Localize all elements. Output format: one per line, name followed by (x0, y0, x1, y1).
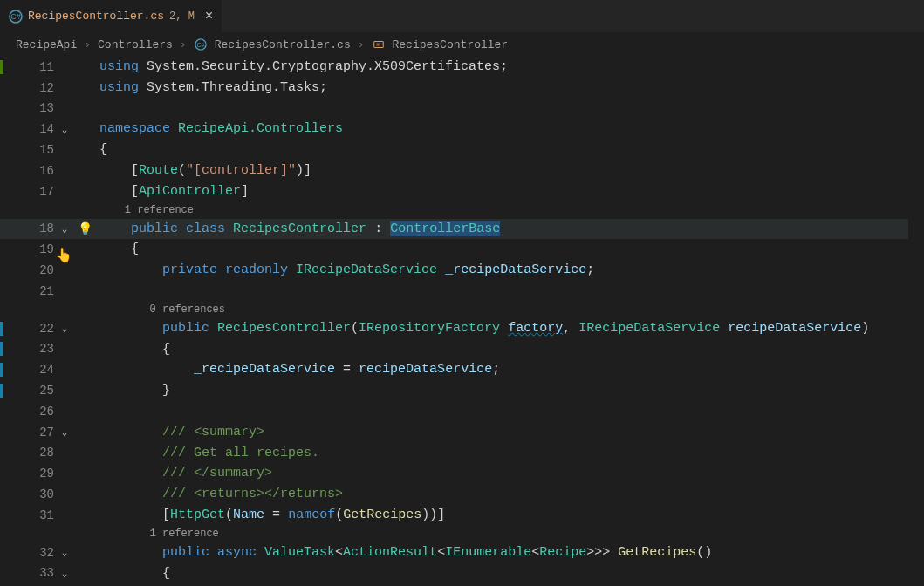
breadcrumb: RecipeApi › Controllers › C# RecipesCont… (0, 32, 924, 57)
fold-chevron-icon[interactable]: ⌄ (58, 568, 72, 579)
code-line[interactable]: 24 _recipeDataService = recipeDataServic… (0, 359, 924, 380)
chevron-right-icon: › (354, 38, 368, 51)
code-line[interactable]: 22⌄ public RecipesController(IRepository… (0, 318, 924, 339)
code-line[interactable]: 27⌄ /// <summary> (0, 422, 924, 443)
code-line[interactable]: 11 using System.Security.Cryptography.X5… (0, 57, 924, 78)
code-line[interactable]: 23 { (0, 339, 924, 360)
code-line[interactable]: 19 { (0, 239, 924, 260)
csharp-icon: C# (194, 37, 208, 51)
codelens-line: 1 reference (0, 202, 924, 219)
code-line[interactable]: 33⌄ { (0, 563, 924, 584)
chevron-right-icon: › (176, 38, 190, 51)
codelens-references[interactable]: 1 reference (79, 528, 219, 540)
code-line[interactable]: 15 { (0, 140, 924, 160)
codelens-references[interactable]: 0 references (79, 303, 225, 316)
code-line[interactable]: 16 [Route("[controller]")] (0, 160, 924, 181)
code-line[interactable]: 20 private readonly IRecipeDataService _… (0, 260, 924, 281)
csharp-icon: C# (9, 10, 23, 24)
code-editor[interactable]: 👆 11 using System.Security.Cryptography.… (0, 57, 924, 586)
close-icon[interactable]: × (205, 9, 214, 24)
lightbulb-icon[interactable]: 💡 (78, 221, 92, 236)
fold-chevron-icon[interactable]: ⌄ (58, 223, 72, 235)
breadcrumb-project[interactable]: RecipeApi (16, 38, 77, 51)
editor-tab[interactable]: C# RecipesController.cs 2, M × (0, 0, 222, 32)
code-line[interactable]: 28 /// Get all recipes. (0, 443, 924, 464)
class-icon (372, 37, 386, 51)
code-line[interactable]: 17 [ApiController] (0, 181, 924, 202)
fold-chevron-icon[interactable]: ⌄ (58, 426, 72, 438)
breadcrumb-symbol[interactable]: RecipesController (393, 38, 509, 51)
code-line[interactable]: 29 /// </summary> (0, 463, 924, 484)
breadcrumb-file[interactable]: RecipesController.cs (215, 38, 351, 51)
code-line[interactable]: 12 using System.Threading.Tasks; (0, 78, 924, 99)
tab-git-status: 2, M (169, 10, 195, 23)
codelens-line: 0 references (0, 302, 924, 318)
code-line-active[interactable]: 18⌄💡 public class RecipesController : Co… (0, 219, 924, 240)
fold-chevron-icon[interactable]: ⌄ (58, 547, 72, 558)
codelens-references[interactable]: 1 reference (79, 204, 194, 216)
breadcrumb-folder[interactable]: Controllers (98, 38, 173, 51)
svg-text:C#: C# (196, 42, 204, 48)
svg-text:C#: C# (10, 12, 21, 21)
fold-chevron-icon[interactable]: ⌄ (58, 124, 72, 135)
code-line[interactable]: 31 [HttpGet(Name = nameof(GetRecipes))] (0, 505, 924, 526)
tab-filename: RecipesController.cs (28, 10, 164, 23)
code-line[interactable]: 21 (0, 281, 924, 302)
codelens-line: 1 reference (0, 526, 924, 542)
tab-bar: C# RecipesController.cs 2, M × (0, 0, 924, 32)
code-line[interactable]: 26 (0, 401, 924, 422)
fold-chevron-icon[interactable]: ⌄ (58, 323, 72, 334)
svg-rect-4 (373, 42, 383, 48)
code-line[interactable]: 30 /// <returns></returns> (0, 484, 924, 505)
code-line[interactable]: 32⌄ public async ValueTask<ActionResult<… (0, 542, 924, 563)
chevron-right-icon: › (80, 38, 94, 51)
code-line[interactable]: 13 (0, 99, 924, 119)
minimap[interactable] (908, 57, 924, 586)
code-line[interactable]: 14⌄ namespace RecipeApi.Controllers (0, 119, 924, 140)
code-line[interactable]: 25 } (0, 380, 924, 401)
